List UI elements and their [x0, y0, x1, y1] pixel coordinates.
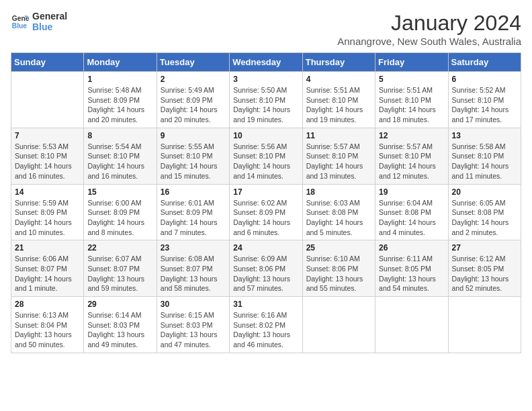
day-info: Sunrise: 5:57 AM Sunset: 8:10 PM Dayligh…: [379, 142, 444, 181]
day-info: Sunrise: 5:52 AM Sunset: 8:10 PM Dayligh…: [452, 85, 517, 125]
week-row-2: 7Sunrise: 5:53 AM Sunset: 8:10 PM Daylig…: [11, 128, 521, 184]
calendar-cell: 15Sunrise: 6:00 AM Sunset: 8:09 PM Dayli…: [84, 184, 157, 240]
calendar-cell: 11Sunrise: 5:57 AM Sunset: 8:10 PM Dayli…: [302, 128, 375, 184]
calendar-cell: 19Sunrise: 6:04 AM Sunset: 8:08 PM Dayli…: [375, 184, 448, 240]
day-info: Sunrise: 6:14 AM Sunset: 8:03 PM Dayligh…: [87, 310, 152, 350]
calendar-cell: 27Sunrise: 6:12 AM Sunset: 8:05 PM Dayli…: [448, 240, 521, 297]
day-number: 2: [161, 75, 226, 84]
day-info: Sunrise: 5:59 AM Sunset: 8:09 PM Dayligh…: [15, 198, 80, 238]
header-day-friday: Friday: [375, 53, 448, 72]
day-info: Sunrise: 6:10 AM Sunset: 8:06 PM Dayligh…: [306, 254, 371, 293]
calendar-cell: 24Sunrise: 6:09 AM Sunset: 8:06 PM Dayli…: [230, 240, 302, 297]
week-row-4: 21Sunrise: 6:06 AM Sunset: 8:07 PM Dayli…: [11, 240, 521, 297]
week-row-3: 14Sunrise: 5:59 AM Sunset: 8:09 PM Dayli…: [11, 184, 521, 240]
day-number: 24: [233, 243, 298, 253]
title-area: January 2024 Annangrove, New South Wales…: [337, 11, 521, 47]
calendar-cell: [448, 297, 521, 353]
day-number: 19: [379, 187, 444, 197]
day-info: Sunrise: 6:12 AM Sunset: 8:05 PM Dayligh…: [452, 254, 517, 293]
day-number: 25: [306, 243, 371, 253]
header-day-sunday: Sunday: [11, 53, 84, 72]
calendar-cell: 30Sunrise: 6:15 AM Sunset: 8:03 PM Dayli…: [157, 297, 229, 353]
calendar-cell: 28Sunrise: 6:13 AM Sunset: 8:04 PM Dayli…: [11, 297, 84, 353]
day-info: Sunrise: 6:13 AM Sunset: 8:04 PM Dayligh…: [15, 310, 80, 350]
calendar-cell: 16Sunrise: 6:01 AM Sunset: 8:09 PM Dayli…: [157, 184, 229, 240]
calendar-cell: 13Sunrise: 5:58 AM Sunset: 8:10 PM Dayli…: [448, 128, 521, 184]
day-number: 21: [15, 243, 80, 253]
header-row: SundayMondayTuesdayWednesdayThursdayFrid…: [11, 53, 521, 72]
week-row-5: 28Sunrise: 6:13 AM Sunset: 8:04 PM Dayli…: [11, 297, 521, 353]
day-info: Sunrise: 6:07 AM Sunset: 8:07 PM Dayligh…: [87, 254, 152, 293]
day-info: Sunrise: 5:54 AM Sunset: 8:10 PM Dayligh…: [87, 142, 152, 181]
day-number: 30: [161, 300, 226, 309]
logo-icon: General Blue: [11, 12, 30, 31]
day-number: 11: [306, 131, 371, 140]
calendar-cell: 2Sunrise: 5:49 AM Sunset: 8:09 PM Daylig…: [157, 72, 229, 128]
day-number: 22: [87, 243, 152, 253]
day-number: 3: [233, 75, 298, 84]
calendar-cell: 14Sunrise: 5:59 AM Sunset: 8:09 PM Dayli…: [11, 184, 84, 240]
calendar-cell: 23Sunrise: 6:08 AM Sunset: 8:07 PM Dayli…: [157, 240, 229, 297]
calendar-cell: [302, 297, 375, 353]
day-number: 5: [379, 75, 444, 84]
calendar-cell: 31Sunrise: 6:16 AM Sunset: 8:02 PM Dayli…: [230, 297, 302, 353]
calendar-cell: 9Sunrise: 5:55 AM Sunset: 8:10 PM Daylig…: [157, 128, 229, 184]
day-info: Sunrise: 6:11 AM Sunset: 8:05 PM Dayligh…: [379, 254, 444, 293]
day-info: Sunrise: 6:06 AM Sunset: 8:07 PM Dayligh…: [15, 254, 80, 293]
calendar-cell: [11, 72, 84, 128]
day-number: 1: [87, 75, 152, 84]
page-header: General Blue General Blue January 2024 A…: [11, 11, 521, 47]
calendar-cell: 5Sunrise: 5:51 AM Sunset: 8:10 PM Daylig…: [375, 72, 448, 128]
day-number: 15: [87, 187, 152, 197]
day-info: Sunrise: 6:16 AM Sunset: 8:02 PM Dayligh…: [233, 310, 298, 350]
day-info: Sunrise: 5:56 AM Sunset: 8:10 PM Dayligh…: [233, 142, 298, 181]
day-number: 29: [87, 300, 152, 309]
header-day-monday: Monday: [84, 53, 157, 72]
day-info: Sunrise: 5:51 AM Sunset: 8:10 PM Dayligh…: [379, 85, 444, 125]
day-number: 14: [15, 187, 80, 197]
day-number: 12: [379, 131, 444, 140]
calendar-cell: 3Sunrise: 5:50 AM Sunset: 8:10 PM Daylig…: [230, 72, 302, 128]
day-info: Sunrise: 5:49 AM Sunset: 8:09 PM Dayligh…: [161, 85, 226, 125]
calendar-cell: 26Sunrise: 6:11 AM Sunset: 8:05 PM Dayli…: [375, 240, 448, 297]
calendar-cell: 18Sunrise: 6:03 AM Sunset: 8:08 PM Dayli…: [302, 184, 375, 240]
day-info: Sunrise: 5:53 AM Sunset: 8:10 PM Dayligh…: [15, 142, 80, 181]
day-info: Sunrise: 6:02 AM Sunset: 8:09 PM Dayligh…: [233, 198, 298, 238]
day-info: Sunrise: 5:58 AM Sunset: 8:10 PM Dayligh…: [452, 142, 517, 181]
day-number: 13: [452, 131, 517, 140]
header-day-wednesday: Wednesday: [230, 53, 302, 72]
day-number: 9: [161, 131, 226, 140]
day-info: Sunrise: 5:50 AM Sunset: 8:10 PM Dayligh…: [233, 85, 298, 125]
day-info: Sunrise: 6:03 AM Sunset: 8:08 PM Dayligh…: [306, 198, 371, 238]
calendar-cell: 8Sunrise: 5:54 AM Sunset: 8:10 PM Daylig…: [84, 128, 157, 184]
header-day-tuesday: Tuesday: [157, 53, 229, 72]
calendar-cell: 1Sunrise: 5:48 AM Sunset: 8:09 PM Daylig…: [84, 72, 157, 128]
day-info: Sunrise: 5:48 AM Sunset: 8:09 PM Dayligh…: [87, 85, 152, 125]
day-number: 17: [233, 187, 298, 197]
calendar-cell: 12Sunrise: 5:57 AM Sunset: 8:10 PM Dayli…: [375, 128, 448, 184]
header-day-saturday: Saturday: [448, 53, 521, 72]
calendar-cell: 25Sunrise: 6:10 AM Sunset: 8:06 PM Dayli…: [302, 240, 375, 297]
day-number: 31: [233, 300, 298, 309]
logo: General Blue General Blue: [11, 11, 67, 32]
day-number: 10: [233, 131, 298, 140]
day-info: Sunrise: 6:08 AM Sunset: 8:07 PM Dayligh…: [161, 254, 226, 293]
day-info: Sunrise: 6:04 AM Sunset: 8:08 PM Dayligh…: [379, 198, 444, 238]
day-number: 8: [87, 131, 152, 140]
logo-line1: General: [32, 11, 67, 21]
day-info: Sunrise: 5:57 AM Sunset: 8:10 PM Dayligh…: [306, 142, 371, 181]
calendar-cell: 10Sunrise: 5:56 AM Sunset: 8:10 PM Dayli…: [230, 128, 302, 184]
day-info: Sunrise: 6:09 AM Sunset: 8:06 PM Dayligh…: [233, 254, 298, 293]
day-number: 28: [15, 300, 80, 309]
calendar-cell: 7Sunrise: 5:53 AM Sunset: 8:10 PM Daylig…: [11, 128, 84, 184]
day-info: Sunrise: 5:51 AM Sunset: 8:10 PM Dayligh…: [306, 85, 371, 125]
day-number: 7: [15, 131, 80, 140]
day-number: 27: [452, 243, 517, 253]
week-row-1: 1Sunrise: 5:48 AM Sunset: 8:09 PM Daylig…: [11, 72, 521, 128]
calendar-cell: 17Sunrise: 6:02 AM Sunset: 8:09 PM Dayli…: [230, 184, 302, 240]
calendar-cell: 21Sunrise: 6:06 AM Sunset: 8:07 PM Dayli…: [11, 240, 84, 297]
svg-text:Blue: Blue: [12, 22, 28, 30]
calendar-subtitle: Annangrove, New South Wales, Australia: [337, 36, 521, 47]
calendar-cell: 22Sunrise: 6:07 AM Sunset: 8:07 PM Dayli…: [84, 240, 157, 297]
day-info: Sunrise: 6:01 AM Sunset: 8:09 PM Dayligh…: [161, 198, 226, 238]
